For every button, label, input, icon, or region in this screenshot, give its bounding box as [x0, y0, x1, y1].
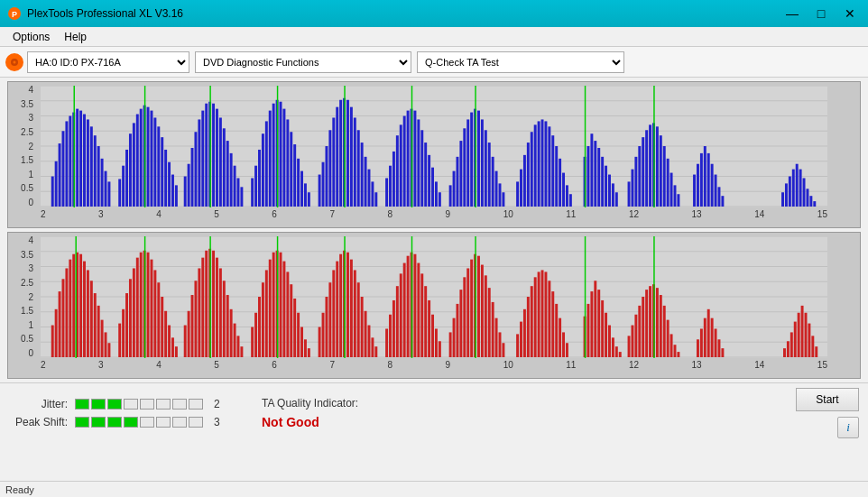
svg-rect-95	[350, 107, 353, 207]
svg-rect-168	[638, 146, 641, 207]
svg-rect-107	[396, 135, 399, 207]
svg-rect-338	[534, 277, 537, 357]
svg-rect-15	[55, 161, 58, 207]
y2-label-35: 3.5	[21, 251, 33, 260]
svg-rect-71	[262, 133, 264, 207]
title-bar-controls: — □ ✕	[781, 5, 861, 23]
ta-quality-label: TA Quality Indicator:	[262, 397, 358, 410]
minimize-button[interactable]: —	[781, 5, 803, 23]
svg-rect-106	[392, 152, 395, 207]
svg-rect-37	[136, 115, 139, 207]
svg-rect-196	[803, 178, 806, 207]
peak-cell-1	[75, 417, 89, 428]
svg-rect-257	[226, 295, 229, 357]
svg-rect-44	[161, 137, 163, 207]
svg-rect-271	[280, 253, 282, 357]
svg-rect-113	[417, 119, 420, 207]
svg-rect-155	[587, 146, 590, 207]
svg-rect-25	[90, 126, 93, 207]
svg-rect-38	[140, 109, 143, 207]
svg-rect-214	[69, 260, 71, 357]
svg-rect-212	[62, 279, 65, 357]
svg-rect-235	[147, 253, 150, 357]
jitter-row: Jitter: 2	[9, 398, 226, 410]
svg-rect-275	[293, 299, 296, 357]
svg-rect-376	[697, 339, 699, 357]
app-icon: P	[7, 6, 22, 21]
jitter-cell-1	[75, 399, 89, 410]
top-chart-svg	[41, 86, 827, 207]
svg-rect-324	[477, 256, 480, 357]
svg-rect-313	[435, 328, 438, 357]
svg-rect-189	[721, 196, 724, 207]
x-label-2: 2	[41, 209, 46, 219]
svg-rect-101	[371, 181, 374, 207]
function-select[interactable]: DVD Diagnostic Functions	[195, 51, 411, 73]
bottom-chart-inner	[41, 236, 827, 358]
svg-rect-105	[389, 166, 392, 207]
svg-rect-110	[407, 111, 410, 207]
svg-rect-305	[407, 256, 410, 357]
svg-rect-66	[240, 187, 243, 207]
peak-shift-progress	[75, 417, 203, 428]
svg-rect-268	[269, 260, 272, 357]
svg-rect-335	[523, 309, 526, 357]
svg-rect-321	[466, 268, 469, 357]
svg-rect-188	[718, 187, 721, 207]
svg-rect-170	[645, 130, 648, 207]
menu-help[interactable]: Help	[57, 29, 94, 45]
svg-rect-160	[605, 166, 607, 207]
maximize-button[interactable]: □	[810, 5, 832, 23]
svg-rect-302	[396, 286, 399, 357]
svg-rect-221	[94, 293, 97, 357]
close-button[interactable]: ✕	[839, 5, 861, 23]
ta-quality-section: TA Quality Indicator: Not Good	[262, 397, 358, 429]
svg-rect-135	[499, 183, 502, 207]
x-label-15: 15	[817, 209, 827, 219]
drive-select[interactable]: HA:0 ID:0 PX-716A	[27, 51, 189, 73]
svg-rect-220	[90, 281, 93, 357]
svg-rect-307	[413, 254, 416, 357]
status-text: Ready	[5, 484, 34, 495]
svg-rect-183	[700, 153, 703, 207]
svg-rect-56	[205, 104, 208, 207]
svg-rect-124	[459, 141, 462, 207]
peak-cell-8	[189, 417, 203, 428]
svg-rect-387	[794, 322, 797, 357]
svg-rect-182	[697, 164, 699, 207]
svg-rect-125	[463, 128, 466, 207]
svg-rect-159	[601, 157, 604, 207]
svg-rect-35	[129, 133, 132, 207]
svg-rect-284	[328, 282, 331, 357]
svg-rect-197	[806, 189, 808, 207]
svg-rect-184	[704, 146, 706, 207]
svg-rect-357	[615, 346, 618, 357]
svg-rect-238	[157, 282, 160, 357]
svg-rect-55	[201, 111, 204, 207]
svg-rect-169	[642, 137, 644, 207]
svg-rect-236	[150, 260, 152, 357]
svg-rect-127	[470, 113, 473, 207]
svg-rect-286	[336, 262, 338, 357]
svg-rect-98	[361, 143, 364, 207]
svg-rect-368	[656, 288, 659, 357]
svg-rect-330	[499, 332, 502, 357]
svg-rect-97	[357, 130, 360, 207]
svg-rect-166	[631, 170, 633, 207]
test-select[interactable]: Q-Check TA Test	[417, 51, 624, 73]
svg-rect-299	[385, 328, 388, 357]
y2-label-4: 4	[28, 236, 33, 245]
menu-options[interactable]: Options	[5, 29, 57, 45]
y-label-05: 0.5	[21, 184, 33, 193]
peak-cell-7	[172, 417, 187, 428]
svg-rect-217	[79, 254, 82, 357]
bottom-chart-svg	[41, 236, 827, 358]
svg-rect-344	[555, 304, 558, 357]
start-button[interactable]: Start	[796, 388, 859, 411]
info-button[interactable]: i	[837, 417, 859, 438]
svg-rect-130	[481, 119, 484, 207]
svg-rect-297	[374, 346, 377, 357]
svg-rect-314	[439, 341, 441, 357]
svg-rect-222	[97, 306, 100, 357]
svg-rect-358	[619, 352, 622, 357]
